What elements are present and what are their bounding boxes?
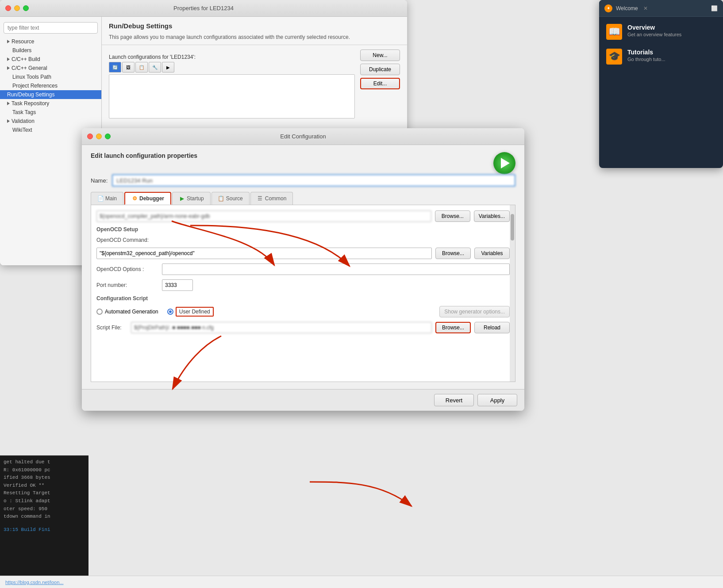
window-title: Properties for LED1234 [173, 5, 234, 11]
common-tab-icon: ☰ [257, 195, 263, 202]
tb-btn-4[interactable]: 🔧 [149, 62, 161, 73]
filter-input[interactable] [4, 22, 98, 34]
radio-dot [169, 310, 172, 313]
build-finish-text: 33:15 Build Fini [0, 523, 88, 537]
openocd-setup-heading: OpenOCD Setup [96, 226, 510, 233]
welcome-titlebar: ✦ Welcome ✕ ⬜ [599, 0, 723, 17]
dialog-section-title: Edit launch configuration properties [91, 152, 197, 159]
script-file-row: Script File: Browse... Reload [96, 322, 510, 333]
tabs-row: 📄 Main ⚙ Debugger ▶ Startup 📋 Source ☰ C… [91, 192, 515, 205]
duplicate-config-btn[interactable]: Duplicate [360, 64, 400, 75]
openocd-options-input[interactable] [162, 263, 510, 275]
sidebar-item-validation[interactable]: Validation [0, 117, 101, 126]
dialog-window-controls [87, 134, 111, 139]
dialog-close-btn[interactable] [87, 134, 93, 139]
gdb-path-row: Browse... Variables... [96, 210, 510, 222]
scrollbar-track[interactable] [510, 205, 515, 382]
script-reload-btn[interactable]: Reload [474, 322, 510, 333]
startup-tab-icon: ▶ [179, 195, 185, 202]
show-gen-options-btn[interactable]: Show generator options... [439, 306, 510, 317]
tb-btn-5[interactable]: ▶ [162, 62, 174, 73]
script-file-input[interactable] [131, 322, 432, 333]
sidebar-item-ccpp-build[interactable]: C/C++ Build [0, 55, 101, 64]
sidebar-item-task-tags[interactable]: Task Tags [0, 108, 101, 117]
debugger-tab-icon: ⚙ [131, 195, 138, 202]
run-debug-header: Run/Debug Settings This page allows you … [102, 17, 407, 45]
minimize-button[interactable] [14, 5, 20, 11]
scrollbar-thumb[interactable] [511, 214, 514, 241]
welcome-tab-title: Welcome [616, 5, 638, 11]
sidebar-item-project-refs[interactable]: Project References [0, 81, 101, 90]
script-file-label: Script File: [96, 325, 127, 331]
new-config-btn[interactable]: New... [360, 50, 400, 61]
triangle-icon [7, 119, 10, 123]
config-script-section: Automated Generation User Defined Show g… [96, 306, 510, 333]
name-label: Name: [91, 177, 108, 184]
openocd-browse-btn[interactable]: Browse... [435, 248, 471, 259]
source-tab-icon: 📋 [218, 195, 224, 202]
apply-btn[interactable]: Apply [477, 394, 517, 406]
sidebar-item-linux-tools[interactable]: Linux Tools Path [0, 73, 101, 81]
radio-auto-gen[interactable]: Automated Generation [96, 309, 158, 315]
name-row: Name: [91, 174, 515, 187]
revert-btn[interactable]: Revert [434, 394, 474, 406]
triangle-icon [7, 66, 10, 70]
close-tab-icon[interactable]: ✕ [643, 5, 648, 11]
tab-source[interactable]: 📋 Source [212, 192, 250, 205]
dialog-title: Edit Configuration [280, 133, 326, 140]
dialog-titlebar: Edit Configuration [82, 128, 524, 145]
tab-main[interactable]: 📄 Main [91, 192, 123, 205]
openocd-options-label: OpenOCD Options : [96, 266, 158, 272]
sidebar-item-ccpp-general[interactable]: C/C++ General [0, 64, 101, 73]
tab-common[interactable]: ☰ Common [250, 192, 293, 205]
triangle-icon [7, 40, 10, 43]
openocd-command-input-row: Browse... Variables [96, 248, 510, 259]
config-list-box[interactable] [109, 74, 355, 118]
overview-text: Overview Get an overview features [627, 24, 681, 37]
welcome-overview-item: 📖 Overview Get an overview features [606, 24, 716, 40]
maximize-button[interactable] [23, 5, 29, 11]
bottom-link-bar: https://blog.csdn.net/loon... [0, 576, 723, 588]
sidebar-item-builders[interactable]: Builders [0, 46, 101, 55]
sidebar-item-task-repo[interactable]: Task Repository [0, 99, 101, 108]
play-button[interactable] [493, 152, 515, 174]
tutorials-icon: 🎓 [606, 49, 622, 65]
openocd-variables-btn[interactable]: Variables [474, 248, 510, 259]
port-input[interactable] [162, 279, 193, 291]
bottom-link[interactable]: https://blog.csdn.net/loon... [5, 580, 63, 585]
run-debug-title: Run/Debug Settings [109, 22, 400, 30]
close-button[interactable] [5, 5, 11, 11]
radio-user-circle [167, 309, 173, 315]
dialog-footer: Revert Apply [82, 389, 524, 411]
window-controls [5, 5, 29, 11]
radio-auto-circle [96, 309, 103, 315]
welcome-tutorials-item: 🎓 Tutorials Go through tuto... [606, 49, 716, 65]
tutorials-text: Tutorials Go through tuto... [627, 49, 665, 62]
maximize-welcome-icon[interactable]: ⬜ [711, 5, 718, 11]
dialog-max-btn[interactable] [105, 134, 111, 139]
window-titlebar: Properties for LED1234 [0, 0, 407, 17]
radio-user-defined[interactable]: User Defined [167, 307, 214, 317]
refresh-config-btn[interactable]: 🔄 [109, 62, 121, 73]
tab-content-debugger: Browse... Variables... OpenOCD Setup Ope… [91, 205, 515, 382]
gdb-browse-btn[interactable]: Browse... [435, 210, 470, 222]
play-triangle-icon [501, 158, 510, 168]
script-browse-btn[interactable]: Browse... [435, 322, 471, 333]
gdb-path-input[interactable] [96, 210, 431, 222]
welcome-icon: ✦ [604, 4, 612, 12]
edit-config-btn[interactable]: Edit... [360, 78, 400, 89]
console-text: get halted due t R: 0x61000000 pc ified … [0, 456, 88, 523]
sidebar-item-resource[interactable]: Resource [0, 37, 101, 46]
tb-btn-2[interactable]: 🖼 [122, 62, 135, 73]
tb-btn-3[interactable]: 📋 [135, 62, 148, 73]
name-input[interactable] [112, 174, 515, 187]
sidebar-item-run-debug[interactable]: Run/Debug Settings [0, 90, 101, 99]
tab-debugger[interactable]: ⚙ Debugger [124, 192, 171, 205]
launch-config-label: Launch configurations for 'LED1234': [109, 54, 355, 60]
gdb-variables-btn[interactable]: Variables... [474, 210, 510, 222]
openocd-command-input[interactable] [96, 248, 432, 259]
run-debug-desc: This page allows you to manage launch co… [109, 33, 400, 41]
dialog-min-btn[interactable] [96, 134, 102, 139]
openocd-command-label: OpenOCD Command: [96, 237, 158, 243]
tab-startup[interactable]: ▶ Startup [172, 192, 211, 205]
